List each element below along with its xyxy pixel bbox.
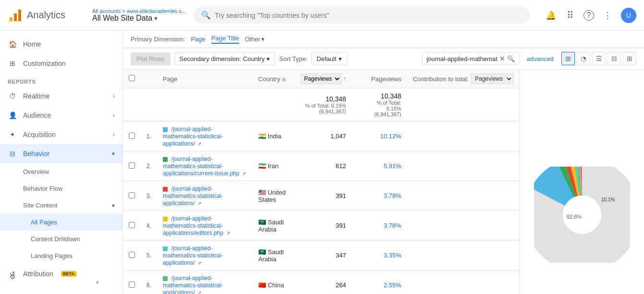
external-link-icon[interactable]: ↗ xyxy=(197,260,201,266)
dim-page-title-link[interactable]: Page Title xyxy=(211,35,239,44)
sidebar-item-behavior[interactable]: ⊟ Behavior ▾ xyxy=(0,144,122,163)
account-info: All accounts > www.alliedacademies.o... … xyxy=(92,8,186,23)
more-vert-icon[interactable]: ⋮ xyxy=(602,10,613,21)
header-country[interactable]: Country ⊘ xyxy=(253,70,295,88)
notification-bell-icon[interactable]: 🔔 xyxy=(545,10,557,21)
row-rank-cell: 4. xyxy=(141,211,157,241)
page-link[interactable]: /journal-applied-mathematics-statistical… xyxy=(163,215,223,236)
row-checkbox-cell[interactable] xyxy=(123,270,141,294)
account-dropdown-icon[interactable]: ▾ xyxy=(154,14,158,22)
page-link[interactable]: /journal-applied-mathematics-statistical… xyxy=(163,245,223,266)
pie-view-button[interactable]: ◔ xyxy=(577,52,590,65)
table-row: 4. /journal-applied-mathematics-statisti… xyxy=(123,211,519,241)
header-page[interactable]: Page xyxy=(157,70,253,88)
row-country-cell: 🇺🇸 United States xyxy=(253,181,295,211)
row-rank-cell: 1. xyxy=(141,122,157,151)
data-table: Page Country ⊘ Pageviews ↑ xyxy=(123,70,519,294)
comparison-view-button[interactable]: ☰ xyxy=(592,52,606,65)
page-link[interactable]: /journal-applied-mathematics-statistical… xyxy=(163,156,239,177)
row-rank-cell: 3. xyxy=(141,181,157,211)
header-checkbox[interactable] xyxy=(123,70,141,88)
pie-label-small: 10.1% xyxy=(601,197,615,202)
plot-rows-button[interactable]: Plot Rows xyxy=(131,52,170,65)
sidebar-item-overview[interactable]: Overview xyxy=(0,163,122,180)
row-page-cell: /journal-applied-mathematics-statistical… xyxy=(157,122,253,151)
sort-type-dropdown[interactable]: Default ▾ xyxy=(311,52,347,65)
row-pct-cell: 3.78% xyxy=(364,211,407,241)
primary-dimension-label: Primary Dimension: xyxy=(131,36,185,43)
pivot-view-button[interactable]: ⊟ xyxy=(608,52,621,65)
search-input[interactable] xyxy=(215,12,522,19)
logo-area: Analytics xyxy=(8,8,85,23)
sidebar-item-landing-pages[interactable]: Landing Pages xyxy=(0,247,122,264)
row-checkbox-1[interactable] xyxy=(129,162,135,169)
sidebar-collapse-icon: ‹ xyxy=(96,278,98,286)
sidebar-item-settings[interactable]: ⚙ xyxy=(0,267,123,286)
advanced-link[interactable]: advanced xyxy=(527,55,554,62)
sidebar-item-behavior-flow[interactable]: Behavior Flow xyxy=(0,180,122,197)
summary-pageviews-cell: 10,348 % of Total: 0.15% (6,941,367) xyxy=(295,88,352,122)
main-content: 🏠 Home ⊞ Customization REPORTS ⏱ Realtim… xyxy=(0,31,644,294)
secondary-dimension-dropdown[interactable]: Secondary dimension: Country ▾ xyxy=(174,52,276,65)
svg-rect-2 xyxy=(18,10,21,21)
row-checkbox-cell[interactable] xyxy=(123,211,141,241)
sidebar-item-site-content-label: Site Content xyxy=(23,202,58,209)
country-flag: 🇮🇷 xyxy=(258,162,266,170)
sort-asc-icon[interactable]: ↑ xyxy=(343,75,346,82)
sidebar-item-content-drilldown[interactable]: Content Drilldown xyxy=(0,231,122,247)
app-container: Analytics All accounts > www.alliedacade… xyxy=(0,0,644,294)
row-checkbox-2[interactable] xyxy=(129,192,135,198)
external-link-icon[interactable]: ↗ xyxy=(197,290,201,294)
contribution-metric-select[interactable]: Pageviews xyxy=(471,74,513,84)
sidebar-item-all-pages[interactable]: All Pages xyxy=(0,214,122,231)
row-page-cell: /journal-applied-mathematics-statistical… xyxy=(157,270,253,294)
country-filter-icon[interactable]: ⊘ xyxy=(282,77,286,82)
sidebar-item-site-content[interactable]: Site Content ▾ xyxy=(0,197,122,214)
dim-page-link[interactable]: Page xyxy=(191,36,205,43)
row-checkbox-4[interactable] xyxy=(129,252,135,258)
page-link[interactable]: /journal-applied-mathematics-statistical… xyxy=(163,126,223,147)
external-link-icon[interactable]: ↗ xyxy=(197,201,201,206)
pageviews-metric-select[interactable]: Pageviews xyxy=(301,74,341,84)
row-checkbox-3[interactable] xyxy=(129,222,135,228)
table-view-button[interactable]: ⊞ xyxy=(561,52,575,65)
select-all-checkbox[interactable] xyxy=(129,75,135,81)
external-link-icon[interactable]: ↗ xyxy=(242,171,246,176)
sidebar-item-home[interactable]: 🏠 Home xyxy=(0,35,122,54)
external-link-icon[interactable]: ↗ xyxy=(197,141,201,147)
row-color-dot xyxy=(163,127,168,132)
row-checkbox-5[interactable] xyxy=(129,282,135,288)
help-icon[interactable]: ? xyxy=(583,10,594,21)
sidebar-item-acquisition[interactable]: ✦ Acquisition › xyxy=(0,125,122,144)
sidebar-item-customization[interactable]: ⊞ Customization xyxy=(0,54,122,73)
row-checkbox-cell[interactable] xyxy=(123,241,141,270)
sidebar-collapse-btn[interactable]: ‹ xyxy=(96,278,98,286)
top-bar: Analytics All accounts > www.alliedacade… xyxy=(0,0,644,31)
sidebar-item-audience[interactable]: 👤 Audience › xyxy=(0,106,122,125)
search-icon: 🔍 xyxy=(201,11,211,20)
search-bar[interactable]: 🔍 xyxy=(194,7,530,24)
summary-row: 10,348 % of Total: 0.15% (6,941,367) 10,… xyxy=(123,88,519,122)
apps-grid-icon[interactable]: ⠿ xyxy=(564,10,576,21)
sidebar-item-realtime[interactable]: ⏱ Realtime › xyxy=(0,86,122,106)
lifetime-view-button[interactable]: ⊞ xyxy=(623,52,636,65)
row-checkbox-cell[interactable] xyxy=(123,122,141,151)
row-contribution-cell xyxy=(407,211,519,241)
row-checkbox-cell[interactable] xyxy=(123,181,141,211)
row-checkbox-0[interactable] xyxy=(129,133,135,139)
summary-contribution-cell xyxy=(407,88,519,122)
row-pageviews-cell: 391 xyxy=(295,211,352,241)
filter-search-icon[interactable]: 🔍 xyxy=(507,55,515,62)
dim-other-dropdown[interactable]: Other ▾ xyxy=(245,36,265,43)
page-link[interactable]: /journal-applied-mathematics-statistical… xyxy=(163,275,223,294)
row-checkbox-cell[interactable] xyxy=(123,151,141,181)
header-pageviews-sort[interactable]: Pageviews ↑ xyxy=(295,70,352,88)
sidebar-item-content-drilldown-label: Content Drilldown xyxy=(31,235,80,243)
table-row: 3. /journal-applied-mathematics-statisti… xyxy=(123,181,519,211)
behavior-icon: ⊟ xyxy=(8,149,17,159)
page-link[interactable]: /journal-applied-mathematics-statistical… xyxy=(163,185,223,207)
sidebar-item-acquisition-label: Acquisition xyxy=(23,131,56,138)
external-link-icon[interactable]: ↗ xyxy=(226,231,230,236)
avatar[interactable]: U xyxy=(621,8,636,23)
filter-close-icon[interactable]: ✕ xyxy=(499,55,505,62)
